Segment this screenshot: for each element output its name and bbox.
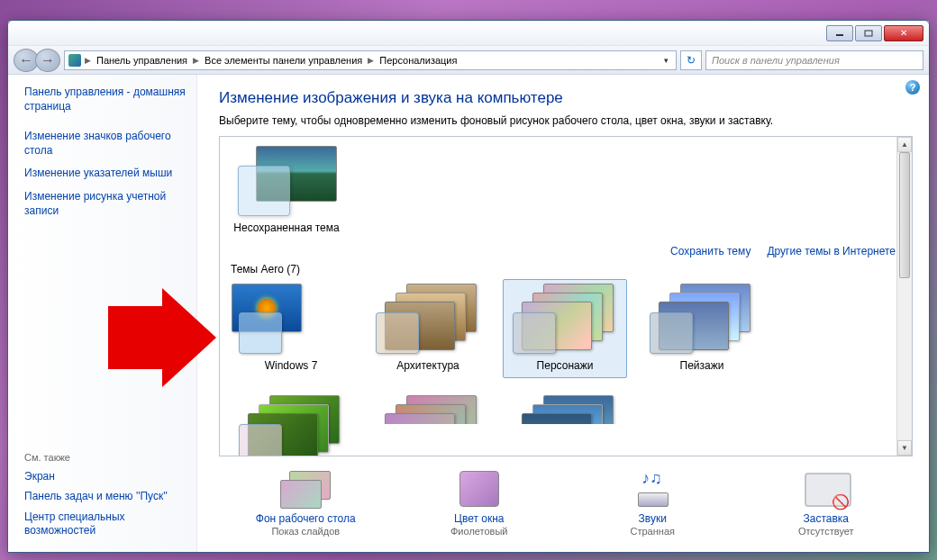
svg-rect-0 bbox=[836, 34, 843, 36]
see-also-header: См. также bbox=[24, 452, 189, 463]
scroll-thumb[interactable] bbox=[899, 152, 910, 278]
page-title: Изменение изображения и звука на компьют… bbox=[219, 89, 913, 107]
sound-icon bbox=[623, 471, 681, 509]
theme-nature[interactable]: Природа bbox=[229, 391, 353, 456]
sidebar-screen[interactable]: Экран bbox=[24, 470, 189, 484]
forward-button[interactable]: → bbox=[35, 49, 60, 72]
main-content: ? Изменение изображения и звука на компь… bbox=[197, 75, 929, 552]
crumb-all-items[interactable]: Все элементы панели управления bbox=[203, 55, 364, 66]
vertical-scrollbar[interactable]: ▲ ▼ bbox=[896, 137, 912, 456]
wallpaper-icon bbox=[277, 471, 334, 509]
minimize-button[interactable] bbox=[826, 25, 853, 41]
theme-landscapes[interactable]: Пейзажи bbox=[640, 279, 764, 378]
title-bar[interactable]: ✕ bbox=[8, 21, 929, 46]
sidebar-home[interactable]: Панель управления - домашняя страница bbox=[24, 86, 189, 113]
sidebar-ease-of-access[interactable]: Центр специальных возможностей bbox=[24, 510, 189, 538]
theme-windows7[interactable]: Windows 7 bbox=[229, 279, 353, 378]
more-themes-link[interactable]: Другие темы в Интернете bbox=[767, 245, 896, 257]
theme-partial-2[interactable] bbox=[503, 391, 627, 456]
theme-label: Несохраненная тема bbox=[229, 221, 344, 234]
scroll-down-icon[interactable]: ▼ bbox=[897, 440, 912, 456]
sidebar-desktop-icons[interactable]: Изменение значков рабочего стола bbox=[24, 130, 189, 158]
sidebar-account-picture[interactable]: Изменение рисунка учетной записи bbox=[24, 190, 189, 218]
address-dropdown[interactable]: ▾ bbox=[660, 56, 672, 65]
help-icon[interactable]: ? bbox=[905, 80, 920, 95]
crumb-control-panel[interactable]: Панель управления bbox=[95, 55, 189, 66]
control-panel-icon bbox=[68, 54, 81, 67]
setting-desktop-background[interactable]: Фон рабочего стола Показ слайдов bbox=[224, 471, 387, 537]
setting-screensaver[interactable]: Заставка Отсутствует bbox=[745, 471, 907, 537]
personalization-window: ✕ ← → ▶ Панель управления ▶ Все элементы… bbox=[7, 20, 930, 553]
aero-section-header: Темы Aero (7) bbox=[231, 263, 896, 275]
nav-toolbar: ← → ▶ Панель управления ▶ Все элементы п… bbox=[8, 46, 929, 75]
search-input[interactable]: Поиск в панели управления bbox=[705, 50, 923, 70]
scroll-up-icon[interactable]: ▲ bbox=[897, 137, 912, 152]
crumb-personalization[interactable]: Персонализация bbox=[378, 55, 459, 66]
page-subtitle: Выберите тему, чтобы одновременно измени… bbox=[219, 114, 913, 127]
close-button[interactable]: ✕ bbox=[884, 25, 923, 41]
sidebar-mouse-pointers[interactable]: Изменение указателей мыши bbox=[24, 167, 189, 181]
setting-sounds[interactable]: Звуки Странная bbox=[571, 471, 733, 537]
chevron-right-icon: ▶ bbox=[85, 56, 91, 65]
sidebar-taskbar[interactable]: Панель задач и меню ''Пуск'' bbox=[24, 490, 189, 504]
chevron-right-icon: ▶ bbox=[368, 56, 374, 65]
theme-unsaved[interactable]: Несохраненная тема bbox=[229, 144, 344, 234]
save-theme-link[interactable]: Сохранить тему bbox=[670, 245, 751, 257]
left-sidebar: Панель управления - домашняя страница Из… bbox=[8, 75, 197, 552]
refresh-button[interactable]: ↻ bbox=[680, 50, 702, 70]
themes-panel: ▲ ▼ Несохраненная тема Сохранить тему Др… bbox=[219, 136, 913, 456]
color-icon bbox=[450, 471, 508, 509]
theme-architecture[interactable]: Архитектура bbox=[366, 279, 490, 378]
chevron-right-icon: ▶ bbox=[193, 56, 199, 65]
svg-rect-1 bbox=[865, 31, 872, 36]
screensaver-icon bbox=[797, 471, 855, 509]
setting-window-color[interactable]: Цвет окна Фиолетовый bbox=[398, 471, 560, 537]
theme-partial-1[interactable] bbox=[366, 391, 490, 456]
maximize-button[interactable] bbox=[855, 25, 882, 41]
address-bar[interactable]: ▶ Панель управления ▶ Все элементы панел… bbox=[64, 50, 677, 70]
settings-row: Фон рабочего стола Показ слайдов Цвет ок… bbox=[219, 456, 913, 545]
theme-characters[interactable]: Персонажи bbox=[503, 279, 627, 378]
